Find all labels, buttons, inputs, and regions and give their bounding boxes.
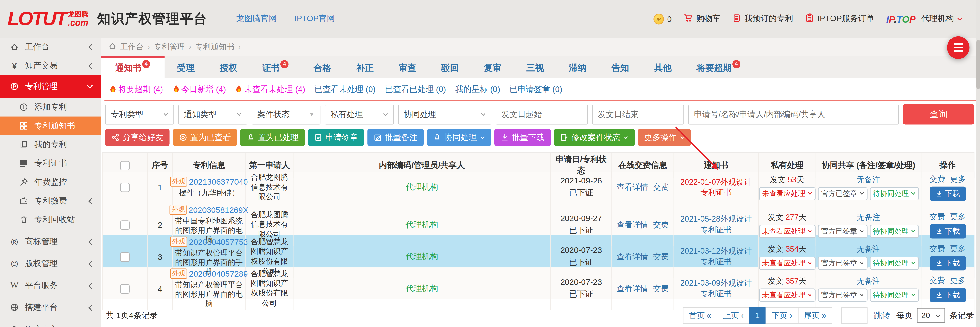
quick-filter-5[interactable]: 我的星标 (0): [455, 84, 500, 95]
per-page-select[interactable]: 20: [917, 308, 945, 323]
iptop-orders-button[interactable]: IPTOP服务订单: [805, 13, 874, 25]
header-nav-link-0[interactable]: 龙图腾官网: [236, 13, 277, 25]
pay-link-1[interactable]: 交费: [653, 182, 669, 193]
sidebar-item-9[interactable]: 专利回收站: [0, 211, 101, 229]
collab-status-select[interactable]: 待协同处理: [870, 187, 919, 200]
row-checkbox[interactable]: [120, 183, 129, 192]
bulk-action-6[interactable]: 批量下载: [495, 129, 551, 146]
floating-menu-button[interactable]: [947, 37, 970, 59]
breadcrumb-item-2[interactable]: 专利通知书: [195, 41, 234, 52]
sidebar-item-6[interactable]: 专利证书: [0, 154, 101, 173]
row-checkbox[interactable]: [120, 220, 129, 230]
tab-13[interactable]: 将要超期 4: [684, 56, 753, 78]
sidebar-item-7[interactable]: 年费监控: [0, 173, 101, 192]
quick-filter-4[interactable]: 已查看已处理 (0): [385, 84, 446, 95]
select-all-checkbox[interactable]: [120, 161, 129, 170]
sidebar-item-0[interactable]: 工作台: [0, 38, 101, 56]
patent-number-link[interactable]: 2021306377040: [189, 177, 248, 187]
tab-2[interactable]: 授权: [207, 56, 250, 78]
page-button-4[interactable]: 尾页 »: [798, 308, 832, 324]
sidebar-item-8[interactable]: 专利缴费: [0, 192, 101, 211]
tab-5[interactable]: 补正: [344, 56, 386, 78]
bulk-action-4[interactable]: 批量备注: [368, 129, 424, 146]
tab-12[interactable]: 其他: [641, 56, 684, 78]
tab-10[interactable]: 滞纳: [556, 56, 599, 78]
notice-link[interactable]: 2021-05-28外观设计专利证书: [677, 214, 756, 236]
page-button-0[interactable]: 首页 «: [683, 308, 718, 324]
patent-number-link[interactable]: 202030581269X: [188, 205, 248, 214]
pay-link-1[interactable]: 交费: [653, 284, 669, 294]
row-checkbox[interactable]: [120, 284, 129, 293]
sign-status-select[interactable]: 官方已签章: [818, 187, 867, 200]
notice-link[interactable]: 2021-03-09外观设计专利证书: [677, 278, 756, 299]
sidebar-item-3[interactable]: 添加专利: [0, 98, 101, 116]
quick-filter-6[interactable]: 已申请签章 (0): [509, 84, 562, 95]
remark-link[interactable]: 无备注: [857, 244, 880, 255]
patent-number-link[interactable]: 2020304057289: [189, 269, 248, 278]
date-start-input[interactable]: [496, 104, 588, 124]
filter-select-0[interactable]: 专利类型: [105, 104, 174, 124]
quick-filter-2[interactable]: 未查看未处理 (4): [235, 84, 305, 95]
sidebar-item-4[interactable]: 专利通知书: [0, 116, 101, 135]
sidebar-item-10[interactable]: ® 商标管理: [0, 232, 101, 251]
bulk-action-8[interactable]: 更多操作: [638, 129, 691, 146]
op-link-0[interactable]: 交费: [929, 275, 945, 286]
sidebar-item-14[interactable]: 用户中心: [0, 320, 101, 327]
op-link-1[interactable]: 更多: [950, 174, 966, 185]
bulk-action-0[interactable]: 分享给好友: [105, 129, 170, 146]
reserved-patents-button[interactable]: 我预订的专利: [733, 13, 793, 25]
bulk-action-1[interactable]: 置为已查看: [173, 129, 237, 146]
remark-link[interactable]: 无备注: [857, 212, 880, 222]
tab-0[interactable]: 通知书 4: [101, 56, 165, 78]
filter-select-3[interactable]: 私有处理: [325, 104, 394, 124]
tab-7[interactable]: 驳回: [429, 56, 471, 78]
ip-coin[interactable]: IP 0: [653, 13, 671, 24]
page-button-2[interactable]: 1: [749, 308, 766, 324]
patent-number-link[interactable]: 2020304057753: [189, 237, 248, 246]
pay-link-1[interactable]: 交费: [653, 251, 669, 262]
filter-select-4[interactable]: 协同处理: [398, 104, 491, 124]
bulk-action-5[interactable]: 协同处理: [427, 129, 491, 146]
date-end-input[interactable]: [592, 104, 684, 124]
quick-filter-3[interactable]: 已查看未处理 (0): [315, 84, 376, 95]
breadcrumb-item-1[interactable]: 专利管理: [154, 41, 185, 52]
notice-link[interactable]: 2022-01-07外观设计专利证书: [677, 177, 756, 198]
pay-link-0[interactable]: 查看详情: [617, 251, 648, 262]
row-checkbox[interactable]: [120, 252, 129, 262]
header-nav-link-1[interactable]: IPTOP官网: [294, 13, 335, 25]
op-link-0[interactable]: 交费: [929, 174, 945, 185]
page-button-1[interactable]: 上页 ‹: [717, 308, 750, 324]
download-button[interactable]: 下载: [930, 187, 965, 201]
tab-6[interactable]: 审查: [386, 56, 429, 78]
keyword-search-input[interactable]: [689, 104, 899, 124]
sidebar-item-2[interactable]: 专利管理: [0, 75, 101, 98]
op-link-1[interactable]: 更多: [950, 211, 966, 222]
op-link-1[interactable]: 更多: [950, 275, 966, 286]
pay-link-0[interactable]: 查看详情: [617, 182, 648, 193]
sidebar-item-1[interactable]: ¥ 知产交易: [0, 56, 101, 75]
agency-menu[interactable]: IP.TOP 代理机构: [886, 13, 963, 25]
scrollbar-thumb[interactable]: [977, 40, 980, 89]
tab-4[interactable]: 合格: [301, 56, 344, 78]
bulk-action-3[interactable]: 申请签章: [308, 129, 364, 146]
op-link-0[interactable]: 交费: [929, 211, 945, 222]
sidebar-item-5[interactable]: 我的专利: [0, 135, 101, 154]
tab-11[interactable]: 告知: [599, 56, 641, 78]
tab-9[interactable]: 三视: [514, 56, 557, 78]
page-jump-input[interactable]: [842, 308, 867, 324]
tab-3[interactable]: 证书 4: [250, 56, 301, 78]
private-status-select[interactable]: 未查看应处理: [759, 187, 815, 200]
filter-select-1[interactable]: 通知类型: [178, 104, 247, 124]
op-link-0[interactable]: 交费: [929, 243, 945, 254]
search-button[interactable]: 查询: [903, 104, 974, 125]
cart-button[interactable]: 购物车: [684, 13, 721, 25]
tab-1[interactable]: 受理: [165, 56, 207, 78]
sidebar-item-12[interactable]: W 平台服务: [0, 276, 101, 295]
quick-filter-1[interactable]: 今日新增 (4): [172, 84, 226, 95]
logo[interactable]: LOTUT 龙图腾 .com: [8, 11, 88, 27]
pay-link-0[interactable]: 查看详情: [617, 219, 648, 230]
page-button-3[interactable]: 下页 ›: [765, 308, 799, 324]
notice-link[interactable]: 2021-03-12外观设计专利证书: [677, 246, 756, 267]
sidebar-item-13[interactable]: 搭建平台: [0, 298, 101, 317]
pay-link-1[interactable]: 交费: [653, 219, 669, 230]
